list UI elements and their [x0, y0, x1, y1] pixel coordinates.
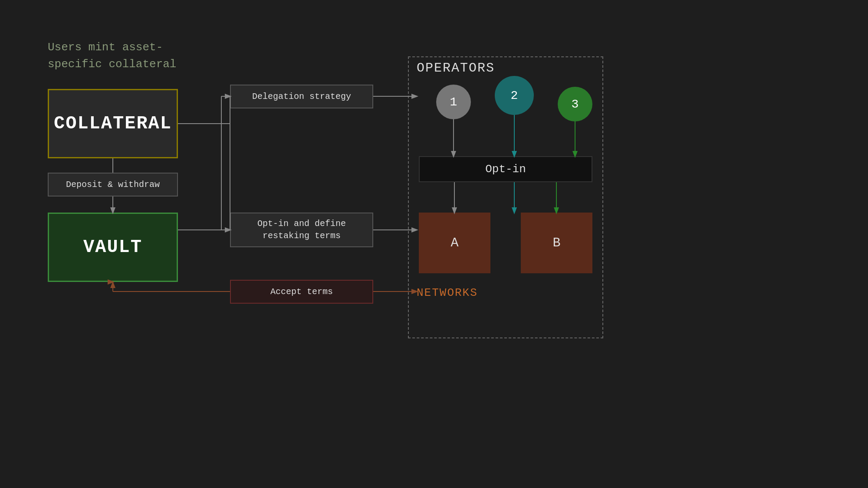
optin-restaking-label: Opt-in and definerestaking terms [257, 218, 346, 242]
operators-label: OPERATORS [417, 61, 495, 75]
accept-terms-label: Accept terms [270, 287, 333, 297]
delegation-label: Delegation strategy [252, 92, 351, 102]
operator-1-number: 1 [450, 95, 457, 109]
annotation: Users mint asset- specific collateral [48, 39, 176, 73]
operator-circle-1: 1 [436, 85, 471, 119]
annotation-line2: specific collateral [48, 58, 176, 71]
optin-bar-label: Opt-in [485, 163, 526, 176]
annotation-line1: Users mint asset- [48, 41, 163, 54]
network-a-box: A [419, 213, 490, 273]
operator-3-number: 3 [572, 98, 579, 111]
networks-label: NETWORKS [417, 286, 478, 299]
delegation-box: Delegation strategy [230, 85, 373, 108]
network-a-label: A [450, 236, 458, 250]
deposit-withdraw-box: Deposit & withdraw [48, 173, 178, 197]
networks-label-text: NETWORKS [417, 286, 478, 299]
network-b-box: B [521, 213, 592, 273]
operator-2-number: 2 [511, 89, 518, 102]
collateral-label: COLLATERAL [54, 113, 172, 134]
accept-terms-box: Accept terms [230, 280, 373, 304]
vault-box: VAULT [48, 213, 178, 282]
optin-restaking-box: Opt-in and definerestaking terms [230, 213, 373, 247]
operator-circle-2: 2 [495, 76, 534, 115]
canvas: Users mint asset- specific collateral CO… [0, 0, 868, 488]
optin-bar: Opt-in [419, 156, 592, 182]
operator-circle-3: 3 [558, 87, 592, 121]
vault-label: VAULT [83, 237, 142, 258]
collateral-box: COLLATERAL [48, 89, 178, 158]
network-b-label: B [552, 236, 560, 250]
deposit-label: Deposit & withdraw [66, 180, 160, 190]
